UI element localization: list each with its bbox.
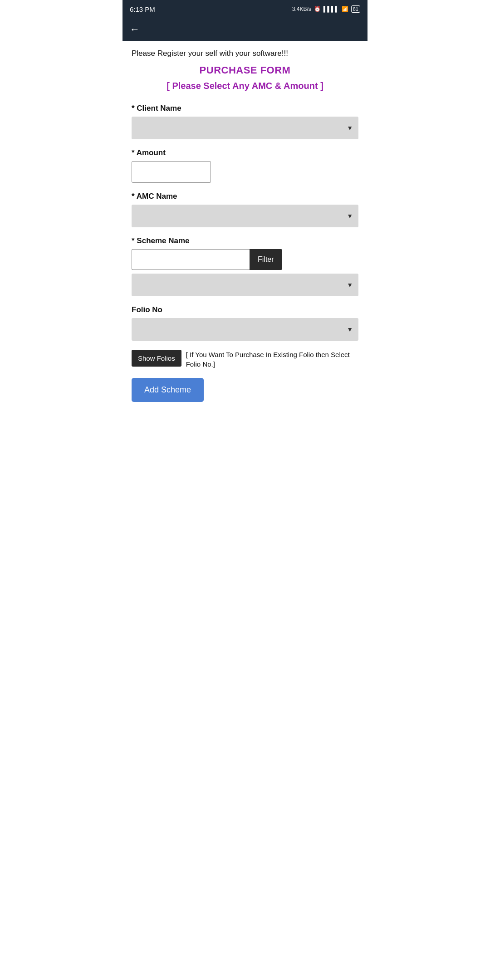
folio-no-select-wrapper: ▼ xyxy=(132,318,358,341)
status-time: 6:13 PM xyxy=(130,5,155,13)
amount-input[interactable] xyxy=(132,161,211,183)
back-button[interactable]: ← xyxy=(130,24,140,35)
signal-icon: ▌▌▌▌ xyxy=(323,6,339,12)
folio-hint-text: [ If You Want To Purchase In Existing Fo… xyxy=(186,350,358,369)
nav-bar: ← xyxy=(122,18,368,41)
amc-name-select[interactable] xyxy=(132,205,358,227)
page-content: Please Register your self with your soft… xyxy=(122,41,368,409)
network-speed: 3.4KB/s xyxy=(292,6,311,12)
alarm-icon: ⏰ xyxy=(314,6,321,12)
filter-button[interactable]: Filter xyxy=(250,249,282,270)
status-bar: 6:13 PM 3.4KB/s ⏰ ▌▌▌▌ 📶 81 xyxy=(122,0,368,18)
amount-label: * Amount xyxy=(132,148,358,157)
scheme-name-group: * Scheme Name Filter ▼ xyxy=(132,236,358,296)
folio-no-label: Folio No xyxy=(132,305,358,314)
form-title: PURCHASE FORM xyxy=(132,64,358,76)
amc-name-label: * AMC Name xyxy=(132,192,358,201)
amc-name-select-wrapper: ▼ xyxy=(132,205,358,227)
client-name-select-wrapper: ▼ xyxy=(132,117,358,139)
folio-no-select[interactable] xyxy=(132,318,358,341)
scheme-filter-row: Filter xyxy=(132,249,358,270)
scheme-name-select-wrapper: ▼ xyxy=(132,274,358,296)
amount-group: * Amount xyxy=(132,148,358,183)
folio-no-group: Folio No ▼ xyxy=(132,305,358,341)
status-icons: 3.4KB/s ⏰ ▌▌▌▌ 📶 81 xyxy=(292,5,360,13)
register-notice: Please Register your self with your soft… xyxy=(132,48,358,59)
amc-name-group: * AMC Name ▼ xyxy=(132,192,358,227)
battery-indicator: 81 xyxy=(351,5,360,13)
folio-info-row: Show Folios [ If You Want To Purchase In… xyxy=(132,350,358,369)
form-subtitle: [ Please Select Any AMC & Amount ] xyxy=(132,81,358,91)
client-name-label: * Client Name xyxy=(132,104,358,113)
wifi-icon: 📶 xyxy=(342,6,348,12)
scheme-filter-input[interactable] xyxy=(132,249,250,270)
add-scheme-wrapper: Add Scheme xyxy=(132,369,358,402)
client-name-group: * Client Name ▼ xyxy=(132,104,358,139)
add-scheme-button[interactable]: Add Scheme xyxy=(132,378,204,402)
scheme-name-select[interactable] xyxy=(132,274,358,296)
scheme-name-label: * Scheme Name xyxy=(132,236,358,245)
client-name-select[interactable] xyxy=(132,117,358,139)
show-folios-button[interactable]: Show Folios xyxy=(132,350,181,367)
